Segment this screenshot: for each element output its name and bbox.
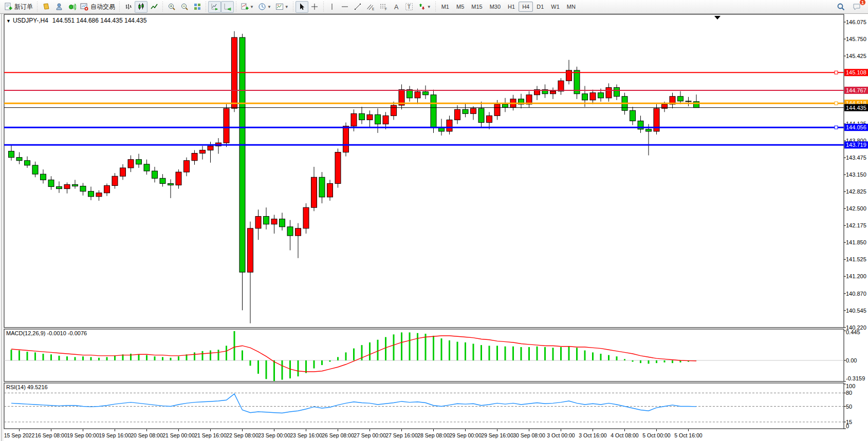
fibonacci-button[interactable]: F [377,1,390,13]
svg-text:16 Sep 08:00: 16 Sep 08:00 [35,432,67,438]
chart-symbol-period: USDJPY-,H4 [13,17,48,24]
chart-window[interactable]: ▼USDJPY-,H4144.551 144.686 144.435 144.4… [0,14,868,441]
signals-button[interactable] [65,1,78,13]
svg-text:A: A [394,4,399,11]
quotes-icon [42,3,50,11]
indicators-button[interactable]: ▼ [238,1,256,13]
text-button[interactable]: A [390,1,403,13]
zoom-out-button[interactable] [178,1,191,13]
toolbar-separator [162,2,163,12]
svg-text:142.825: 142.825 [846,188,866,195]
templates-icon [275,3,284,11]
svg-text:19 Sep 00:00: 19 Sep 00:00 [67,432,99,438]
svg-text:140.545: 140.545 [846,308,866,314]
timeframe-button-h4[interactable]: H4 [519,2,533,12]
text-icon: A [392,3,400,11]
toolbar-right-group: 1 [834,1,866,13]
timeframe-button-m30[interactable]: M30 [486,2,504,12]
vertical-line-icon [328,3,336,11]
svg-text:27 Sep 00:00: 27 Sep 00:00 [354,432,386,438]
svg-text:29 Sep 00:00: 29 Sep 00:00 [449,432,482,438]
svg-text:143.719: 143.719 [846,142,866,148]
timeframe-button-d1[interactable]: D1 [533,2,547,12]
svg-text:140.870: 140.870 [846,291,866,297]
svg-text:145.425: 145.425 [846,53,866,59]
tile-windows-button[interactable] [191,1,204,13]
templates-button[interactable]: ▼ [273,1,291,13]
trendline-button[interactable] [352,1,364,13]
search-button[interactable] [834,1,847,13]
toolbar-separator [119,2,120,12]
svg-text:29 Sep 16:00: 29 Sep 16:00 [481,432,513,438]
crosshair-icon [310,3,319,11]
chevron-down-icon[interactable]: ▼ [285,5,289,9]
notifications-button[interactable]: 1 [850,1,863,13]
auto-scroll-icon [211,3,219,11]
chevron-down-icon[interactable]: ▼ [267,5,271,9]
timeframe-button-mn[interactable]: MN [563,2,579,12]
timeframe-button-m1[interactable]: M1 [438,2,453,12]
timeframe-button-m5[interactable]: M5 [453,2,468,12]
svg-text:142.175: 142.175 [846,222,866,228]
svg-text:23 Sep 00:00: 23 Sep 00:00 [258,432,290,438]
svg-text:100: 100 [846,383,855,389]
timeframe-button-w1[interactable]: W1 [547,2,563,12]
chart-shift-icon [224,3,232,11]
svg-text:20 Sep 08:00: 20 Sep 08:00 [131,432,163,438]
candlestick-chart-icon [137,3,145,11]
svg-text:141.525: 141.525 [846,256,866,262]
horizontal-line-button[interactable] [339,1,352,13]
candlestick-chart-button[interactable] [135,1,147,13]
svg-text:50: 50 [846,404,852,410]
rsi-label: RSI(14) 49.5216 [6,384,48,390]
timeframe-button-m15[interactable]: M15 [468,2,486,12]
experts-button[interactable] [52,1,65,13]
chevron-down-icon[interactable]: ▼ [427,5,431,9]
cursor-button[interactable] [296,1,308,13]
svg-text:4 Oct 08:00: 4 Oct 08:00 [611,432,638,438]
chevron-down-icon[interactable]: ▼ [250,5,254,9]
autotrading-button-label: 自动交易 [90,3,115,11]
bar-chart-icon [124,3,133,11]
chart-collapse-icon[interactable]: ▼ [6,18,11,24]
arrows-icon [418,3,426,11]
zoom-in-button[interactable] [165,1,178,13]
quotes-button[interactable] [40,1,52,13]
text-label-icon: T [405,3,413,11]
toolbar-separator [293,2,293,12]
crosshair-button[interactable] [308,1,321,13]
periods-button[interactable]: ▼ [256,1,273,13]
autotrading-button[interactable]: 自动交易 [78,1,117,13]
price-chart-canvas[interactable]: 146.075145.750145.425144.125143.800143.4… [0,14,868,441]
svg-text:3 Oct 16:00: 3 Oct 16:00 [579,432,606,438]
svg-text:145.108: 145.108 [846,69,866,75]
new-order-icon [4,3,12,11]
line-chart-icon [150,3,158,11]
toolbar-separator [206,2,206,12]
svg-text:141.200: 141.200 [846,273,866,279]
equidistant-channel-button[interactable]: E [364,1,377,13]
svg-text:26 Sep 08:00: 26 Sep 08:00 [322,432,354,438]
auto-scroll-button[interactable] [208,1,221,13]
timeframe-button-h1[interactable]: H1 [504,2,519,12]
chart-shift-button[interactable] [221,1,234,13]
text-label-button[interactable]: T [403,1,416,13]
svg-text:30 Sep 08:00: 30 Sep 08:00 [513,432,545,438]
svg-text:144.056: 144.056 [846,124,866,130]
zoom-out-icon [180,3,189,11]
zoom-in-icon [168,3,176,11]
svg-text:144.767: 144.767 [846,87,866,93]
svg-text:15 Sep 2022: 15 Sep 2022 [4,432,35,438]
new-order-button[interactable]: 新订单 [2,1,35,13]
horizontal-line-icon [341,3,349,11]
tile-windows-icon [193,3,201,11]
bar-chart-button[interactable] [122,1,135,13]
arrows-button[interactable]: ▼ [416,1,433,13]
svg-text:143.475: 143.475 [846,155,866,161]
svg-text:142.500: 142.500 [846,205,866,212]
vertical-line-button[interactable] [326,1,339,13]
line-chart-button[interactable] [147,1,160,13]
autotrading-icon [80,3,88,11]
svg-text:27 Sep 16:00: 27 Sep 16:00 [385,432,418,438]
indicators-icon [241,3,249,11]
